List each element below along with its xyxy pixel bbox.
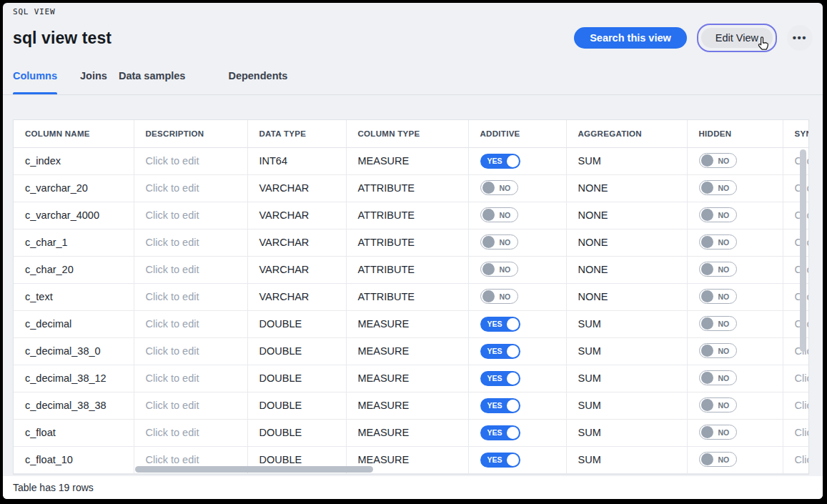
toggle-knob (507, 400, 519, 412)
additive-toggle[interactable]: NO (480, 207, 519, 222)
additive-toggle[interactable]: NO (480, 180, 519, 195)
toggle-knob (701, 453, 713, 465)
hidden-toggle-cell: NO (687, 310, 783, 337)
tab-data-samples[interactable]: Data samples (119, 69, 186, 94)
description-cell[interactable]: Click to edit (134, 202, 247, 229)
toggle-state-label: NO (718, 265, 730, 274)
hidden-toggle[interactable]: NO (699, 153, 738, 168)
synonyms-cell[interactable]: Click to edit (783, 392, 809, 419)
aggregation-cell[interactable]: SUM (566, 337, 687, 365)
hidden-toggle[interactable]: NO (699, 262, 738, 277)
hidden-toggle[interactable]: NO (699, 343, 738, 358)
hidden-toggle[interactable]: NO (699, 452, 738, 467)
description-cell[interactable]: Click to edit (134, 174, 247, 202)
additive-toggle[interactable]: NO (480, 289, 519, 304)
horizontal-scrollbar-thumb[interactable] (135, 466, 373, 473)
additive-toggle[interactable]: YES (480, 154, 520, 169)
column-type-cell[interactable]: MEASURE (346, 337, 468, 365)
description-cell[interactable]: Click to edit (134, 310, 247, 337)
tab-columns[interactable]: Columns (13, 69, 57, 94)
more-options-button[interactable]: ••• (787, 25, 813, 51)
tab-dependents[interactable]: Dependents (228, 69, 287, 94)
hidden-toggle-cell: NO (687, 283, 783, 310)
toggle-state-label: NO (718, 292, 730, 301)
description-cell[interactable]: Click to edit (134, 337, 247, 365)
hidden-toggle-cell: NO (687, 174, 783, 202)
toggle-knob (701, 345, 713, 357)
hidden-toggle-cell: NO (687, 147, 783, 174)
synonyms-cell[interactable]: Click to edit (783, 365, 809, 392)
aggregation-cell[interactable]: NONE (566, 256, 687, 283)
hidden-toggle-cell: NO (687, 256, 783, 283)
synonyms-cell[interactable]: Click to edit (783, 419, 809, 446)
vertical-scrollbar-thumb[interactable] (800, 149, 806, 352)
toggle-state-label: NO (718, 184, 730, 192)
hidden-toggle[interactable]: NO (699, 289, 738, 304)
hidden-toggle-cell: NO (687, 365, 783, 392)
column-type-cell[interactable]: MEASURE (346, 419, 468, 446)
synonyms-cell[interactable]: Click to edit (783, 446, 809, 473)
column-type-cell[interactable]: ATTRIBUTE (346, 202, 468, 229)
hidden-toggle-cell: NO (687, 419, 783, 446)
additive-toggle-cell: YES (468, 147, 566, 174)
aggregation-cell[interactable]: SUM (566, 446, 687, 473)
column-type-cell[interactable]: MEASURE (346, 392, 468, 419)
aggregation-cell[interactable]: SUM (566, 365, 687, 392)
toggle-knob (507, 454, 519, 466)
data-type-cell: VARCHAR (247, 202, 346, 229)
additive-toggle[interactable]: NO (480, 234, 519, 249)
search-this-view-button[interactable]: Search this view (574, 27, 687, 49)
description-cell[interactable]: Click to edit (134, 365, 247, 392)
description-cell[interactable]: Click to edit (134, 229, 247, 256)
column-header-additive: ADDITIVE (468, 120, 566, 147)
description-cell[interactable]: Click to edit (134, 419, 247, 446)
column-type-cell[interactable]: MEASURE (346, 310, 468, 337)
aggregation-cell[interactable]: SUM (566, 419, 687, 446)
column-type-cell[interactable]: MEASURE (346, 147, 468, 174)
toggle-knob (701, 263, 713, 275)
hidden-toggle[interactable]: NO (699, 207, 738, 222)
toggle-knob (701, 209, 713, 221)
additive-toggle[interactable]: YES (480, 344, 520, 359)
aggregation-cell[interactable]: NONE (566, 229, 687, 256)
column-name-cell: c_decimal_38_12 (14, 365, 134, 392)
data-type-cell: DOUBLE (247, 365, 346, 392)
description-cell[interactable]: Click to edit (134, 147, 247, 174)
column-type-cell[interactable]: ATTRIBUTE (346, 174, 468, 202)
hidden-toggle[interactable]: NO (699, 370, 738, 385)
toolbar: Search this view Edit View ••• (574, 24, 813, 52)
hidden-toggle[interactable]: NO (699, 397, 738, 412)
description-cell[interactable]: Click to edit (134, 256, 247, 283)
additive-toggle[interactable]: YES (480, 425, 520, 440)
aggregation-cell[interactable]: NONE (566, 174, 687, 202)
toggle-knob (482, 182, 495, 194)
toggle-knob (507, 372, 519, 385)
additive-toggle[interactable]: NO (480, 262, 519, 277)
hidden-toggle[interactable]: NO (699, 234, 738, 249)
additive-toggle[interactable]: YES (480, 453, 520, 468)
column-name-cell: c_decimal (14, 310, 134, 337)
column-name-cell: c_varchar_20 (14, 174, 134, 202)
additive-toggle-cell: YES (468, 310, 566, 337)
hidden-toggle[interactable]: NO (699, 425, 738, 440)
column-type-cell[interactable]: ATTRIBUTE (346, 256, 468, 283)
table-row: c_decimal_38_38Click to editDOUBLEMEASUR… (14, 392, 809, 419)
column-type-cell[interactable]: ATTRIBUTE (346, 229, 468, 256)
tab-joins[interactable]: Joins (80, 69, 107, 94)
column-type-cell[interactable]: ATTRIBUTE (346, 283, 468, 310)
additive-toggle[interactable]: YES (480, 398, 520, 413)
additive-toggle[interactable]: YES (480, 317, 520, 332)
hidden-toggle[interactable]: NO (699, 316, 738, 331)
hidden-toggle[interactable]: NO (699, 180, 738, 195)
toggle-knob (701, 399, 713, 411)
data-type-cell: VARCHAR (247, 256, 346, 283)
description-cell[interactable]: Click to edit (134, 283, 247, 310)
aggregation-cell[interactable]: SUM (566, 147, 687, 174)
aggregation-cell[interactable]: SUM (566, 310, 687, 337)
aggregation-cell[interactable]: NONE (566, 283, 687, 310)
description-cell[interactable]: Click to edit (134, 392, 247, 419)
additive-toggle[interactable]: YES (480, 371, 520, 386)
column-type-cell[interactable]: MEASURE (346, 365, 468, 392)
aggregation-cell[interactable]: SUM (566, 392, 687, 419)
aggregation-cell[interactable]: NONE (566, 202, 687, 229)
